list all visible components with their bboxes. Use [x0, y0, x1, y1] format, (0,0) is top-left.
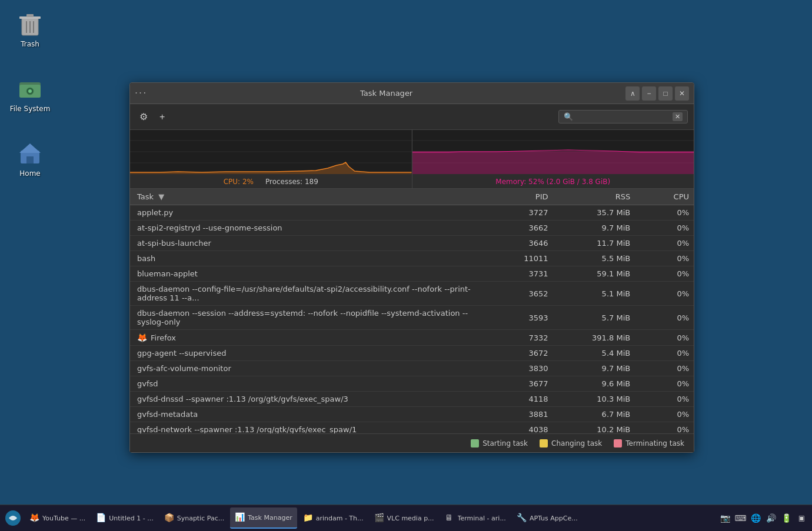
task-cell: gvfsd	[130, 376, 482, 392]
pid-cell: 4038	[482, 422, 553, 434]
cpu-cell: 0%	[635, 205, 694, 221]
titlebar-controls: ∧ − □ ✕	[625, 86, 689, 101]
taskbar-battery-icon[interactable]: 🔋	[781, 512, 793, 524]
table-row[interactable]: at-spi-bus-launcher364611.7 MiB0%	[130, 236, 694, 251]
pid-cell: 3727	[482, 205, 553, 221]
col-rss[interactable]: RSS	[553, 189, 635, 205]
cpu-cell: 0%	[635, 266, 694, 282]
table-row[interactable]: at-spi2-registryd --use-gnome-session366…	[130, 221, 694, 236]
taskbar-item-untitled[interactable]: 📄Untitled 1 - ...	[91, 507, 158, 529]
legend-terminating-dot	[614, 439, 622, 447]
task-cell: gvfsd-network --spawner :1.13 /org/gtk/g…	[130, 422, 482, 434]
col-task[interactable]: Task ▼	[130, 189, 482, 205]
svg-point-9	[28, 89, 32, 93]
terminal-taskbar-icon: 🖥	[445, 513, 455, 523]
task-cell: at-spi2-registryd --use-gnome-session	[130, 221, 482, 236]
cpu-stat: CPU: 2%	[224, 178, 254, 186]
taskbar-network-icon[interactable]: 🌐	[750, 512, 762, 524]
taskbar-right: 📷 ⌨ 🌐 🔊 🔋 ▣	[720, 512, 810, 524]
taskbar-item-label-arindam: arindam - Th...	[316, 515, 364, 522]
firefox-taskbar-icon: 🦊	[29, 513, 40, 523]
task-manager-window: ··· Task Manager ∧ − □ ✕ ⚙ + 🔍 ✕	[129, 82, 694, 453]
cpu-cell: 0%	[635, 236, 694, 251]
pid-cell: 7332	[482, 330, 553, 346]
taskbar-left	[2, 507, 24, 529]
table-row[interactable]: gvfsd-network --spawner :1.13 /org/gtk/g…	[130, 422, 694, 434]
table-row[interactable]: dbus-daemon --config-file=/usr/share/def…	[130, 282, 694, 306]
pid-cell: 3593	[482, 306, 553, 330]
titlebar-menu-dots[interactable]: ···	[135, 88, 147, 99]
memory-stat: Memory: 52% (2.0 GiB / 3.8 GiB)	[495, 178, 610, 186]
cpu-graph-svg	[130, 130, 412, 174]
table-row[interactable]: gvfsd-metadata38816.7 MiB0%	[130, 407, 694, 422]
taskbar-item-label-aptus: APTus AppCe...	[530, 515, 578, 522]
taskbar-item-arindam[interactable]: 📁arindam - Th...	[298, 507, 368, 529]
process-table-container[interactable]: Task ▼ PID RSS CPU	[130, 189, 694, 433]
svg-rect-2	[26, 14, 34, 17]
memory-graph-label: Memory: 52% (2.0 GiB / 3.8 GiB)	[412, 174, 694, 188]
pid-cell: 4118	[482, 392, 553, 407]
taskbar-screenshot-icon[interactable]: 📷	[720, 512, 731, 524]
table-row[interactable]: blueman-applet373159.1 MiB0%	[130, 266, 694, 282]
desktop-icon-home[interactable]: Home	[4, 134, 56, 182]
taskbar-apps: 🦊YouTube — ...📄Untitled 1 - ...📦Synaptic…	[25, 507, 583, 529]
taskbar-item-terminal[interactable]: 🖥Terminal - ari...	[440, 507, 511, 529]
rss-cell: 10.3 MiB	[553, 392, 635, 407]
taskmanager-taskbar-icon: 📊	[235, 512, 245, 523]
taskbar-item-taskmanager[interactable]: 📊Task Manager	[230, 507, 297, 529]
rss-cell: 391.8 MiB	[553, 330, 635, 346]
taskbar: 🦊YouTube — ...📄Untitled 1 - ...📦Synaptic…	[0, 505, 812, 531]
taskbar-volume-icon[interactable]: 🔊	[766, 512, 777, 524]
table-row[interactable]: gpg-agent --supervised36725.4 MiB0%	[130, 346, 694, 361]
taskbar-item-youtube[interactable]: 🦊YouTube — ...	[25, 507, 90, 529]
col-cpu[interactable]: CPU	[635, 189, 694, 205]
pid-cell: 3677	[482, 376, 553, 392]
task-cell: dbus-daemon --session --address=systemd:…	[130, 306, 482, 330]
home-label: Home	[19, 169, 40, 178]
rss-cell: 59.1 MiB	[553, 266, 635, 282]
desktop-icon-trash[interactable]: Trash	[4, 5, 56, 53]
add-button[interactable]: +	[156, 109, 168, 125]
graphs-container: CPU: 2% Processes: 189 M	[130, 130, 694, 189]
table-row[interactable]: gvfsd-dnssd --spawner :1.13 /org/gtk/gvf…	[130, 392, 694, 407]
table-row[interactable]: dbus-daemon --session --address=systemd:…	[130, 306, 694, 330]
titlebar-maximize-up-btn[interactable]: ∧	[625, 86, 640, 101]
toolbar: ⚙ + 🔍 ✕	[130, 104, 694, 130]
table-row[interactable]: 🦊Firefox7332391.8 MiB0%	[130, 330, 694, 346]
cpu-cell: 0%	[635, 306, 694, 330]
rss-cell: 11.7 MiB	[553, 236, 635, 251]
titlebar-restore-btn[interactable]: □	[658, 86, 673, 101]
table-row[interactable]: bash110115.5 MiB0%	[130, 251, 694, 266]
pid-cell: 3662	[482, 221, 553, 236]
taskbar-item-synaptic[interactable]: 📦Synaptic Pac...	[159, 507, 229, 529]
col-pid[interactable]: PID	[482, 189, 553, 205]
task-cell: dbus-daemon --config-file=/usr/share/def…	[130, 282, 482, 306]
titlebar-close-btn[interactable]: ✕	[675, 86, 689, 101]
legend-starting-dot	[471, 439, 479, 447]
titlebar-minimize-btn[interactable]: −	[642, 86, 656, 101]
task-cell: gvfsd-metadata	[130, 407, 482, 422]
task-cell: blueman-applet	[130, 266, 482, 282]
svg-marker-11	[19, 143, 41, 153]
search-input[interactable]	[573, 112, 673, 121]
task-cell: applet.py	[130, 205, 482, 221]
rss-cell: 5.7 MiB	[553, 306, 635, 330]
search-clear-button[interactable]: ✕	[673, 112, 683, 121]
taskbar-logo[interactable]	[2, 507, 24, 529]
settings-button[interactable]: ⚙	[136, 109, 151, 125]
rss-cell: 10.2 MiB	[553, 422, 635, 434]
rss-cell: 5.1 MiB	[553, 282, 635, 306]
table-row[interactable]: gvfs-afc-volume-monitor38309.7 MiB0%	[130, 361, 694, 376]
table-row[interactable]: gvfsd36779.6 MiB0%	[130, 376, 694, 392]
taskbar-item-vlc[interactable]: 🎬VLC media p...	[370, 507, 439, 529]
task-cell: gpg-agent --supervised	[130, 346, 482, 361]
table-row[interactable]: applet.py372735.7 MiB0%	[130, 205, 694, 221]
memory-graph-panel: Memory: 52% (2.0 GiB / 3.8 GiB)	[412, 130, 694, 188]
cpu-cell: 0%	[635, 361, 694, 376]
desktop-icon-filesystem[interactable]: File System	[4, 69, 56, 118]
taskbar-item-aptus[interactable]: 🔧APTus AppCe...	[512, 507, 583, 529]
window-title: Task Manager	[147, 89, 625, 98]
pid-cell: 3830	[482, 361, 553, 376]
trash-icon	[16, 9, 44, 38]
taskbar-keyboard-icon[interactable]: ⌨	[735, 512, 747, 524]
